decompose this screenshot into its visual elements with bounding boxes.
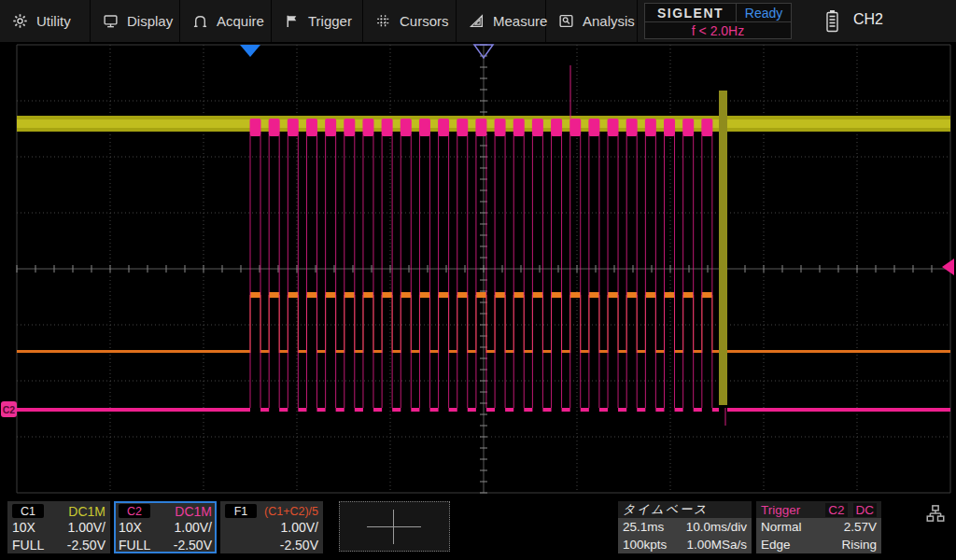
c1-coupling: DC1M	[68, 504, 105, 519]
c2-offset: -2.50V	[174, 537, 212, 554]
c2-position-marker[interactable]: C2	[1, 401, 17, 417]
trigger-flag-icon	[284, 13, 300, 29]
network-status[interactable]	[926, 504, 945, 526]
cursors-icon	[375, 13, 391, 29]
menu-trigger[interactable]: Trigger	[272, 0, 363, 42]
graticule	[17, 45, 950, 493]
active-channel-indicator: CH2	[853, 11, 883, 28]
timebase-memory: 100kpts	[623, 536, 667, 553]
c1-end-drop	[719, 91, 727, 405]
status-panel: SIGLENT Ready f < 2.0Hz	[644, 3, 792, 39]
menu-measure[interactable]: Measure	[457, 0, 546, 42]
acquire-icon	[192, 13, 208, 29]
timebase-descriptor[interactable]: タイムベース 25.1ms10.0ms/div 100kpts1.00MSa/s	[618, 501, 752, 553]
menu-analysis-label: Analysis	[583, 13, 635, 29]
menu-trigger-label: Trigger	[308, 13, 352, 29]
f1-offset: -2.50V	[280, 537, 318, 554]
trigger-slope: Rising	[841, 536, 877, 553]
trigger-type: Edge	[761, 536, 791, 553]
timebase-delay: 25.1ms	[623, 518, 664, 536]
siglent-logo: SIGLENT	[645, 4, 737, 21]
menu-display[interactable]: Display	[91, 0, 180, 42]
f1-scale: 1.00V/	[281, 519, 318, 537]
menu-utility[interactable]: Utility	[0, 0, 91, 42]
battery-indicator	[825, 9, 839, 36]
measure-icon	[469, 13, 485, 29]
c2-scale: 1.00V/	[175, 519, 212, 537]
menu-utility-label: Utility	[36, 13, 71, 29]
trigger-descriptor[interactable]: Trigger C2 DC Normal2.57V EdgeRising	[756, 501, 881, 553]
c1-offset: -2.50V	[67, 537, 105, 554]
c1-scale: 1.00V/	[68, 519, 105, 537]
c1-bandwidth: FULL	[12, 537, 44, 554]
oscilloscope-screen: C2 Utility Display	[0, 0, 956, 560]
crosshair-icon	[367, 526, 421, 527]
trigger-level: 2.57V	[844, 518, 877, 536]
trigger-position-marker[interactable]	[240, 45, 260, 57]
battery-icon	[825, 9, 839, 33]
markers	[240, 45, 954, 275]
network-icon	[926, 504, 945, 523]
menu-analysis[interactable]: Analysis	[546, 0, 638, 42]
c2-coupling: DC1M	[175, 504, 212, 519]
menu-acquire[interactable]: Acquire	[180, 0, 272, 42]
acquisition-status: Ready	[737, 4, 791, 21]
trigger-level-marker[interactable]	[942, 259, 954, 275]
display-icon	[103, 13, 119, 29]
waveform-display[interactable]	[0, 0, 956, 560]
menu-display-label: Display	[127, 13, 173, 29]
menu-cursors[interactable]: Cursors	[363, 0, 457, 42]
c1-chip: C1	[12, 504, 44, 518]
status-bar: C1 DC1M 10X1.00V/ FULL-2.50V C2 DC1M 10X…	[0, 497, 956, 560]
touch-gesture-pad[interactable]	[339, 501, 450, 552]
timebase-samplerate: 1.00MSa/s	[686, 536, 747, 553]
crosshair-icon	[393, 510, 394, 544]
c1-probe: 10X	[12, 519, 35, 537]
analysis-icon	[558, 13, 574, 29]
f1-chip: F1	[225, 504, 257, 518]
channel-1-descriptor[interactable]: C1 DC1M 10X1.00V/ FULL-2.50V	[7, 501, 110, 553]
trigger-source: C2	[825, 503, 847, 517]
menu-acquire-label: Acquire	[217, 13, 264, 29]
trigger-mode: Normal	[761, 518, 802, 536]
timebase-scale: 10.0ms/div	[686, 518, 747, 536]
menu-bar: Utility Display Acquire Trigger	[0, 0, 956, 42]
c2-chip: C2	[119, 504, 150, 518]
c2-probe: 10X	[119, 519, 142, 537]
trigger-coupling: DC	[853, 503, 878, 517]
f1-expression: (C1+C2)/5	[264, 505, 318, 518]
math-f1-descriptor[interactable]: F1 (C1+C2)/5 1.00V/ -2.50V	[220, 501, 323, 553]
menu-measure-label: Measure	[493, 13, 547, 29]
c2-bandwidth: FULL	[119, 537, 150, 554]
timebase-title: タイムベース	[618, 501, 752, 518]
frequency-counter: f < 2.0Hz	[645, 22, 791, 38]
gear-icon	[12, 13, 28, 29]
channel-2-descriptor[interactable]: C2 DC1M 10X1.00V/ FULL-2.50V	[114, 501, 217, 553]
menu-cursors-label: Cursors	[400, 13, 449, 29]
trigger-title: Trigger	[761, 503, 800, 517]
